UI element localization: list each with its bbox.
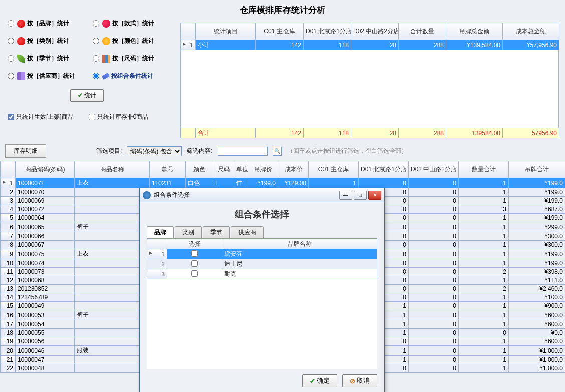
detail-col-5: 单位 [234,161,248,178]
chart-icon [102,55,110,63]
maximize-button[interactable]: □ [354,191,367,200]
dialog-row[interactable]: 2迪士尼 [147,259,377,269]
filter-field-select[interactable]: 编码(条码) 包含 [127,146,182,156]
detail-row[interactable]: 110000071上衣110231白色L件¥199.0¥129.001001¥1… [1,178,566,188]
dialog-row[interactable]: 3耐克 [147,269,377,279]
stat-option-2[interactable]: 按［类别］统计 [8,37,88,45]
filter-go-button[interactable]: 🔍 [273,147,282,156]
leaf-icon [17,55,25,63]
summary-col-c01: C01 主仓库 [256,23,304,40]
detail-toolbar: 库存明细 筛选项目: 编码(条码) 包含 筛选内容: 🔍 （回车或点击按钮进行筛… [0,141,565,161]
apple-icon [17,20,25,28]
detail-col-4: 尺码 [213,161,234,178]
pen-icon [102,73,110,80]
dialog-ok-button[interactable]: 确定 [302,374,337,387]
dialog-tab-类别[interactable]: 类别 [175,226,202,238]
book-icon [17,72,25,80]
check-nonzero[interactable]: 只统计库存非0商品 [89,113,149,121]
detail-col-9: D01 北京路1分店 [359,161,409,178]
dialog-heading: 组合条件选择 [140,208,384,220]
row-checkbox[interactable] [191,270,198,277]
stat-option-1[interactable]: 按［款式］统计 [93,19,173,28]
dialog-icon [143,191,151,199]
stat-button[interactable]: 统计 [70,89,104,102]
dialog-tab-品牌[interactable]: 品牌 [147,226,174,238]
dialog-tab-季节[interactable]: 季节 [203,226,230,238]
detail-col-6: 吊牌价 [248,161,278,178]
stat-option-4[interactable]: 按［季节］统计 [8,54,88,63]
tab-stock-detail[interactable]: 库存明细 [5,144,46,158]
stat-option-5[interactable]: 按［尺码］统计 [93,54,173,63]
combo-condition-dialog: 组合条件选择 — □ ✕ 组合条件选择 品牌类别季节供应商 选择品牌名称 1黛安… [139,188,385,392]
detail-col-1: 商品名称 [75,161,150,178]
dialog-tab-供应商[interactable]: 供应商 [231,226,264,238]
summary-col-cost: 成本总金额 [503,23,559,40]
detail-col-8: C01 主仓库 [309,161,359,178]
detail-col-10: D02 中山路2分店 [409,161,459,178]
stat-option-7[interactable]: 按组合条件统计 [93,72,173,80]
face-icon [102,37,110,45]
stat-option-0[interactable]: 按［品牌］统计 [8,19,88,28]
straw-icon [102,20,110,28]
summary-panel: 统计项目 C01 主仓库 D01 北京路1分店 D02 中山路2分店 合计数量 … [180,23,565,141]
apple-icon [17,37,25,45]
filter-input[interactable] [218,147,268,156]
summary-col-d01: D01 北京路1分店 [304,23,351,40]
detail-col-12: 吊牌合计 [509,161,566,178]
stat-option-6[interactable]: 按［供应商］统计 [8,72,88,80]
summary-col-d02: D02 中山路2分店 [351,23,399,40]
row-checkbox[interactable] [191,260,198,267]
filter-label: 筛选项目: [96,147,122,155]
dialog-row[interactable]: 1黛安芬 [147,249,377,259]
summary-col-qty: 合计数量 [399,23,446,40]
summary-col-item: 统计项目 [196,23,256,40]
check-onshelf[interactable]: 只统计生效[上架]商品 [8,113,74,121]
stat-option-3[interactable]: 按［颜色］统计 [93,37,173,45]
detail-col-11: 数量合计 [459,161,509,178]
minimize-button[interactable]: — [339,191,352,200]
dialog-title: 组合条件选择 [154,191,338,199]
page-title: 仓库横排库存统计分析 [0,4,565,16]
detail-col-0: 商品编码(条码) [16,161,75,178]
summary-row-subtotal[interactable]: 1 小计 142 118 28 288 ¥139,584.00 ¥57,956.… [181,40,559,50]
close-button[interactable]: ✕ [368,191,381,200]
dlg-col-select: 选择 [167,239,222,249]
filter-content-label: 筛选内容: [187,147,212,155]
row-checkbox[interactable] [191,250,198,257]
dialog-cancel-button[interactable]: 取消 [342,374,377,387]
stat-options-panel: 按［品牌］统计按［款式］统计按［类别］统计按［颜色］统计按［季节］统计按［尺码］… [0,0,180,141]
filter-hint: （回车或点击按钮进行筛选，空白筛选全部） [287,147,407,155]
dlg-col-brand: 品牌名称 [222,239,377,249]
summary-col-tag: 吊牌总金额 [446,23,503,40]
detail-col-2: 款号 [150,161,186,178]
summary-row-total: 合计 142 118 28 288 139584.00 57956.90 [181,128,559,138]
detail-col-3: 颜色 [186,161,213,178]
detail-col-7: 成本价 [278,161,309,178]
